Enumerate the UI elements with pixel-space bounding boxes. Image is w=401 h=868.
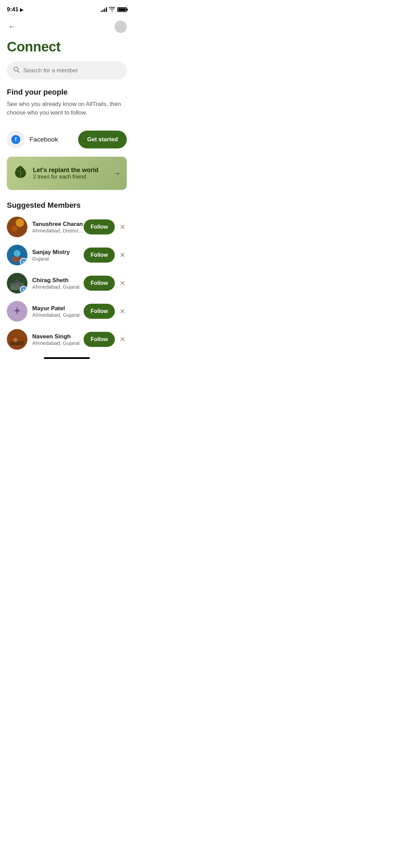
- suggested-title: Suggested Members: [7, 201, 127, 210]
- header: ←: [0, 17, 134, 36]
- dismiss-button[interactable]: ✕: [118, 278, 127, 289]
- avatar: [7, 301, 27, 322]
- list-item: Naveen Singh Ahmedabad, Gujarat Follow ✕: [7, 329, 127, 350]
- member-actions: Follow ✕: [84, 304, 127, 319]
- member-location: Ahmedabad, Gujarat: [32, 340, 80, 346]
- member-location: Ahmedabad, District of Colu...: [32, 228, 84, 233]
- member-info: Mayur Patel Ahmedabad, Gujarat: [32, 305, 80, 318]
- find-title: Find your people: [7, 88, 127, 97]
- member-actions: Follow ✕: [84, 276, 127, 291]
- dismiss-button[interactable]: ✕: [118, 334, 127, 345]
- follow-button[interactable]: Follow: [84, 304, 115, 319]
- avatar: [7, 217, 27, 237]
- suggested-section: Suggested Members Tanushree Charan Ahmed…: [0, 201, 134, 350]
- battery-icon: [117, 7, 127, 12]
- follow-button[interactable]: Follow: [84, 248, 115, 263]
- member-left: + Chirag Sheth Ahmedabad, Gujarat: [7, 273, 84, 293]
- member-location: Ahmedabad, Gujarat: [32, 284, 80, 290]
- page-title: Connect: [0, 36, 134, 61]
- list-item: Mayur Patel Ahmedabad, Gujarat Follow ✕: [7, 301, 127, 322]
- follow-button[interactable]: Follow: [84, 332, 115, 347]
- member-name: Naveen Singh: [32, 333, 80, 340]
- replant-arrow-icon: →: [113, 169, 121, 178]
- member-badge: +: [20, 286, 27, 293]
- member-actions: Follow ✕: [84, 219, 127, 234]
- member-left: + Sanjay Mistry Gujarat: [7, 245, 84, 265]
- member-left: Naveen Singh Ahmedabad, Gujarat: [7, 329, 84, 350]
- list-item: + Sanjay Mistry Gujarat Follow ✕: [7, 245, 127, 265]
- facebook-left: f Facebook: [7, 131, 58, 148]
- member-left: Tanushree Charan Ahmedabad, District of …: [7, 217, 84, 237]
- leaf-icon: [13, 164, 28, 182]
- member-info: Tanushree Charan Ahmedabad, District of …: [32, 221, 84, 233]
- svg-point-2: [7, 217, 27, 237]
- dismiss-button[interactable]: ✕: [118, 221, 127, 232]
- replant-text: Let's replant the world 2 trees for each…: [33, 167, 98, 180]
- follow-button[interactable]: Follow: [84, 219, 115, 234]
- follow-button[interactable]: Follow: [84, 276, 115, 291]
- facebook-icon: f: [11, 135, 20, 144]
- location-arrow-icon: ▶: [20, 7, 23, 12]
- member-actions: Follow ✕: [84, 332, 127, 347]
- member-info: Chirag Sheth Ahmedabad, Gujarat: [32, 277, 80, 290]
- member-info: Naveen Singh Ahmedabad, Gujarat: [32, 333, 80, 346]
- back-button[interactable]: ←: [7, 21, 17, 33]
- list-item: + Chirag Sheth Ahmedabad, Gujarat Follow…: [7, 273, 127, 293]
- signal-bars-icon: [101, 7, 107, 12]
- find-description: See who you already know on AllTrails, t…: [7, 100, 127, 117]
- svg-point-6: [14, 250, 21, 257]
- member-left: Mayur Patel Ahmedabad, Gujarat: [7, 301, 84, 322]
- avatar: +: [7, 245, 27, 265]
- svg-line-1: [17, 71, 20, 73]
- facebook-label: Facebook: [29, 136, 58, 143]
- svg-point-14: [13, 338, 17, 342]
- search-icon: [13, 66, 20, 75]
- list-item: Tanushree Charan Ahmedabad, District of …: [7, 217, 127, 237]
- search-input[interactable]: [23, 67, 121, 74]
- avatar: +: [7, 273, 27, 293]
- member-badge: +: [20, 258, 27, 265]
- find-section: Find your people See who you already kno…: [0, 88, 134, 125]
- status-icons: [101, 7, 127, 13]
- get-started-button[interactable]: Get started: [78, 131, 127, 148]
- dismiss-button[interactable]: ✕: [118, 306, 127, 317]
- status-bar: 9:41 ▶: [0, 0, 134, 17]
- svg-point-4: [12, 226, 17, 231]
- member-name: Chirag Sheth: [32, 277, 80, 284]
- replant-title: Let's replant the world: [33, 167, 98, 174]
- member-info: Sanjay Mistry Gujarat: [32, 249, 70, 262]
- replant-left: Let's replant the world 2 trees for each…: [13, 164, 98, 182]
- member-location: Gujarat: [32, 256, 70, 262]
- member-location: Ahmedabad, Gujarat: [32, 312, 80, 318]
- replant-subtitle: 2 trees for each friend: [33, 174, 98, 180]
- facebook-row: f Facebook Get started: [0, 125, 134, 157]
- member-actions: Follow ✕: [84, 248, 127, 263]
- member-name: Tanushree Charan: [32, 221, 84, 228]
- header-dot[interactable]: [114, 21, 127, 33]
- facebook-icon-wrap: f: [7, 131, 25, 148]
- home-indicator: [44, 357, 90, 359]
- wifi-icon: [109, 7, 115, 13]
- search-bar[interactable]: [7, 61, 127, 80]
- svg-rect-13: [10, 341, 24, 345]
- status-time: 9:41 ▶: [7, 6, 23, 13]
- dismiss-button[interactable]: ✕: [118, 250, 127, 261]
- replant-banner[interactable]: Let's replant the world 2 trees for each…: [7, 157, 127, 190]
- avatar: [7, 329, 27, 350]
- member-name: Sanjay Mistry: [32, 249, 70, 256]
- svg-point-3: [16, 219, 24, 227]
- member-name: Mayur Patel: [32, 305, 80, 312]
